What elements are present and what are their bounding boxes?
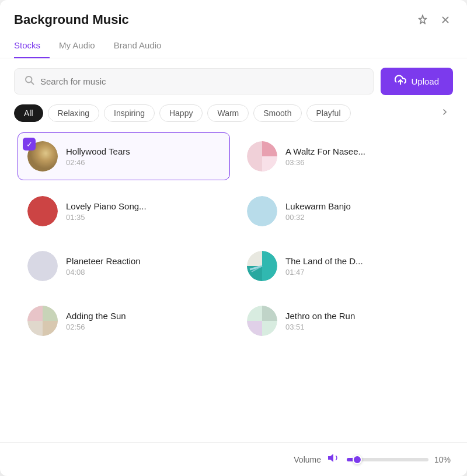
music-duration-5: 04:08: [66, 268, 220, 276]
music-item-6[interactable]: The Land of the D... 01:47: [237, 242, 449, 290]
tabs-row: Stocks My Audio Brand Audio: [0, 35, 467, 58]
upload-label: Upload: [411, 76, 439, 86]
filter-next-button[interactable]: [437, 105, 453, 122]
filter-chip-warm[interactable]: Warm: [207, 104, 249, 122]
music-duration-2: 03:36: [285, 158, 440, 167]
background-music-panel: Background Music Stocks My Audio Brand A…: [0, 0, 467, 476]
music-thumb-2: [247, 141, 277, 172]
music-info-6: The Land of the D... 01:47: [285, 256, 440, 276]
music-item-2[interactable]: A Waltz For Nasee... 03:36: [237, 132, 449, 180]
music-duration-6: 01:47: [285, 268, 440, 276]
music-duration-8: 03:51: [285, 323, 440, 331]
music-thumb-7: [27, 306, 58, 336]
music-item-7[interactable]: Adding the Sun 02:56: [18, 297, 230, 345]
pin-button[interactable]: [414, 12, 431, 28]
search-upload-row: Upload: [0, 58, 467, 104]
upload-button[interactable]: Upload: [381, 68, 453, 95]
filter-chip-playful[interactable]: Playful: [306, 104, 351, 122]
music-duration-1: 02:46: [66, 158, 220, 167]
upload-icon: [395, 74, 406, 89]
music-title-5: Planeteer Reaction: [66, 256, 220, 266]
volume-icon: [327, 451, 341, 468]
filter-chip-happy[interactable]: Happy: [159, 104, 203, 122]
filter-chip-inspiring[interactable]: Inspiring: [104, 104, 155, 122]
search-box: [14, 68, 374, 94]
music-thumb-8: [247, 306, 277, 336]
filter-chip-relaxing[interactable]: Relaxing: [48, 104, 99, 122]
volume-thumb[interactable]: [353, 455, 362, 464]
music-thumb-5: [27, 251, 58, 281]
tab-brand-audio[interactable]: Brand Audio: [114, 36, 171, 58]
filter-chip-smooth[interactable]: Smooth: [253, 104, 301, 122]
close-button[interactable]: [438, 12, 453, 27]
music-title-2: A Waltz For Nasee...: [285, 146, 440, 156]
music-duration-7: 02:56: [66, 323, 220, 331]
search-input[interactable]: [40, 76, 364, 86]
music-item-1[interactable]: ✓ Hollywood Tears 02:46: [18, 132, 230, 180]
music-title-8: Jethro on the Run: [285, 311, 440, 321]
music-info-8: Jethro on the Run 03:51: [285, 311, 440, 331]
filter-chip-all[interactable]: All: [14, 104, 43, 122]
volume-bar: Volume 10%: [0, 442, 467, 476]
search-icon: [24, 75, 34, 88]
music-title-7: Adding the Sun: [66, 311, 220, 321]
music-info-3: Lovely Piano Song... 01:35: [66, 201, 220, 222]
volume-slider[interactable]: [347, 458, 428, 461]
svg-point-8: [27, 196, 58, 226]
svg-point-9: [247, 196, 277, 226]
svg-point-10: [27, 251, 58, 281]
panel-header: Background Music: [0, 0, 467, 35]
music-thumb-6: [247, 251, 277, 281]
music-thumb-3: [27, 196, 58, 226]
music-item-5[interactable]: Planeteer Reaction 04:08: [18, 242, 230, 290]
volume-percent: 10%: [434, 455, 453, 464]
music-item-3[interactable]: Lovely Piano Song... 01:35: [18, 187, 230, 235]
panel-title: Background Music: [14, 12, 129, 27]
music-item-4[interactable]: Lukewarm Banjo 00:32: [237, 187, 449, 235]
music-item-8[interactable]: Jethro on the Run 03:51: [237, 297, 449, 345]
music-info-1: Hollywood Tears 02:46: [66, 146, 220, 167]
music-info-4: Lukewarm Banjo 00:32: [285, 201, 440, 222]
music-title-3: Lovely Piano Song...: [66, 201, 220, 211]
tab-my-audio[interactable]: My Audio: [59, 36, 104, 58]
header-icons: [414, 12, 453, 28]
music-title-4: Lukewarm Banjo: [285, 201, 440, 211]
svg-line-3: [31, 82, 33, 84]
music-title-6: The Land of the D...: [285, 256, 440, 266]
music-duration-3: 01:35: [66, 213, 220, 222]
music-duration-4: 00:32: [285, 213, 440, 222]
tab-stocks[interactable]: Stocks: [14, 36, 50, 58]
music-thumb-4: [247, 196, 277, 226]
music-grid: ✓ Hollywood Tears 02:46: [0, 129, 467, 442]
volume-label: Volume: [294, 455, 321, 464]
music-info-2: A Waltz For Nasee... 03:36: [285, 146, 440, 167]
music-info-7: Adding the Sun 02:56: [66, 311, 220, 331]
music-info-5: Planeteer Reaction 04:08: [66, 256, 220, 276]
selected-checkmark: ✓: [23, 138, 36, 150]
music-title-1: Hollywood Tears: [66, 146, 220, 156]
filter-row: All Relaxing Inspiring Happy Warm Smooth…: [0, 104, 467, 129]
